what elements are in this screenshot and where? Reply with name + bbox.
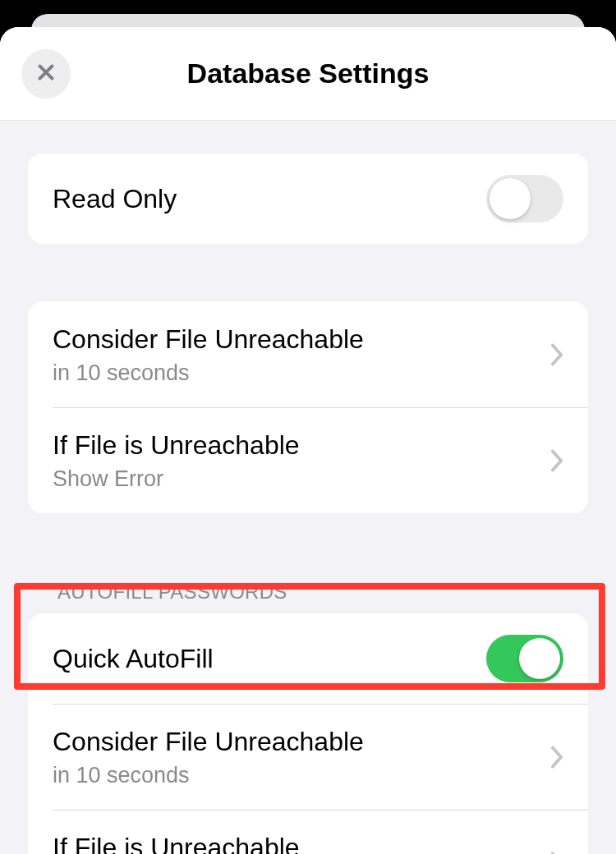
section-header-autofill: AUTOFILL PASSWORDS [28,581,588,613]
row-if-unreachable[interactable]: If File is Unreachable Show Error [28,407,588,513]
row-text: Read Only [53,182,486,215]
chevron-right-icon [550,449,563,472]
af-if-unreachable-label: If File is Unreachable [53,831,540,854]
quick-autofill-label: Quick AutoFill [53,642,486,675]
read-only-toggle[interactable] [486,175,563,223]
page-title: Database Settings [0,57,616,90]
group-unreachable: Consider File Unreachable in 10 seconds … [28,301,588,513]
if-unreachable-label: If File is Unreachable [53,429,540,461]
toggle-knob [490,178,531,219]
close-icon [35,62,57,86]
row-quick-autofill[interactable]: Quick AutoFill [28,613,588,704]
header: Database Settings [0,27,616,121]
af-consider-unreachable-sublabel: in 10 seconds [53,763,540,788]
row-text: Quick AutoFill [53,642,486,675]
toggle-knob [519,638,560,679]
content: Read Only Consider File Unreachable in 1… [0,154,616,854]
row-consider-unreachable[interactable]: Consider File Unreachable in 10 seconds [28,301,588,407]
group-autofill: Quick AutoFill Consider File Unreachable… [28,613,588,854]
consider-unreachable-sublabel: in 10 seconds [53,360,540,386]
row-af-if-unreachable[interactable]: If File is Unreachable Show Error [28,810,588,854]
row-read-only[interactable]: Read Only [28,154,588,244]
close-button[interactable] [21,49,71,99]
chevron-right-icon [550,746,563,769]
if-unreachable-sublabel: Show Error [53,466,540,492]
row-af-consider-unreachable[interactable]: Consider File Unreachable in 10 seconds [28,704,588,810]
group-general: Read Only [28,154,588,244]
settings-sheet: Database Settings Read Only Consider Fil… [0,27,616,854]
row-text: If File is Unreachable Show Error [53,429,540,492]
af-consider-unreachable-label: Consider File Unreachable [53,725,540,758]
quick-autofill-toggle[interactable] [486,635,563,682]
chevron-right-icon [550,852,563,855]
row-text: If File is Unreachable Show Error [53,831,540,854]
row-text: Consider File Unreachable in 10 seconds [53,323,540,386]
row-text: Consider File Unreachable in 10 seconds [53,725,540,788]
chevron-right-icon [550,343,563,366]
consider-unreachable-label: Consider File Unreachable [53,323,540,356]
read-only-label: Read Only [53,182,486,215]
